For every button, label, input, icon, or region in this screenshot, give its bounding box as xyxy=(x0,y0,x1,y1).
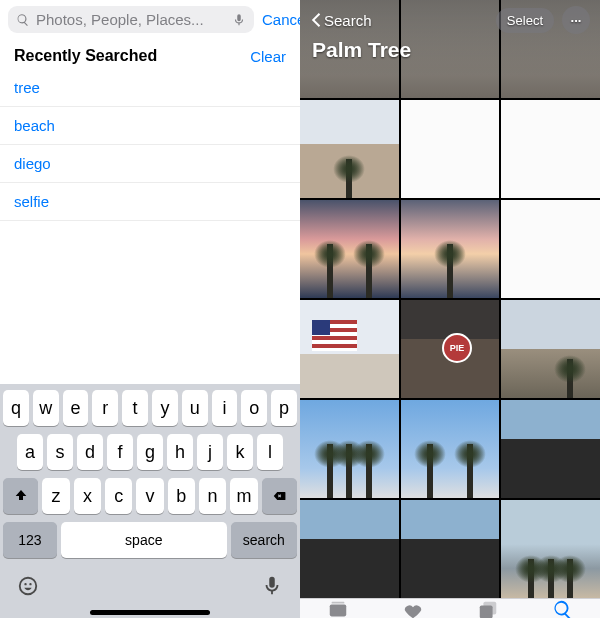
photo-thumbnail[interactable] xyxy=(401,100,500,198)
recent-search-item[interactable]: selfie xyxy=(0,183,300,221)
key-b[interactable]: b xyxy=(168,478,195,514)
keyboard: qwertyuiop asdfghjkl zxcvbnm 123 space s… xyxy=(0,384,300,618)
key-s[interactable]: s xyxy=(47,434,73,470)
key-r[interactable]: r xyxy=(92,390,118,426)
search-field[interactable] xyxy=(8,6,254,33)
photo-thumbnail[interactable] xyxy=(501,400,600,498)
results-pane: Search Select ··· Palm Tree PIE LibraryF… xyxy=(300,0,600,618)
search-icon xyxy=(16,13,30,27)
back-button[interactable]: Search xyxy=(310,12,372,29)
key-h[interactable]: h xyxy=(167,434,193,470)
photo-thumbnail[interactable] xyxy=(300,400,399,498)
cancel-button[interactable]: Cancel xyxy=(262,11,300,28)
photo-thumbnail[interactable]: PIE xyxy=(401,300,500,398)
keyboard-search-key[interactable]: search xyxy=(231,522,297,558)
svg-rect-3 xyxy=(483,602,496,615)
photo-thumbnail[interactable] xyxy=(300,500,399,598)
dictation-key[interactable] xyxy=(261,575,283,601)
clear-button[interactable]: Clear xyxy=(250,48,286,65)
key-f[interactable]: f xyxy=(107,434,133,470)
photo-thumbnail[interactable] xyxy=(401,400,500,498)
tab-bar: LibraryFor YouAlbumsSearch xyxy=(300,598,600,618)
svg-rect-1 xyxy=(331,602,344,604)
shift-key[interactable] xyxy=(3,478,38,514)
photo-thumbnail[interactable] xyxy=(300,100,399,198)
key-g[interactable]: g xyxy=(137,434,163,470)
tab-albums[interactable]: Albums xyxy=(450,599,525,618)
store-sign: PIE xyxy=(442,333,472,363)
key-l[interactable]: l xyxy=(257,434,283,470)
back-label: Search xyxy=(324,12,372,29)
recent-search-item[interactable]: diego xyxy=(0,145,300,183)
search-bar-row: Cancel xyxy=(0,0,300,41)
search-pane: Cancel Recently Searched Clear treebeach… xyxy=(0,0,300,618)
tab-foryou[interactable]: For You xyxy=(375,599,450,618)
tab-library[interactable]: Library xyxy=(300,599,375,618)
photo-thumbnail[interactable] xyxy=(401,200,500,298)
section-title: Recently Searched xyxy=(14,47,157,65)
key-m[interactable]: m xyxy=(230,478,257,514)
photo-thumbnail[interactable] xyxy=(300,300,399,398)
key-p[interactable]: p xyxy=(271,390,297,426)
svg-rect-0 xyxy=(329,605,346,617)
numbers-key[interactable]: 123 xyxy=(3,522,57,558)
key-x[interactable]: x xyxy=(74,478,101,514)
backspace-key[interactable] xyxy=(262,478,297,514)
key-z[interactable]: z xyxy=(42,478,69,514)
photo-thumbnail[interactable] xyxy=(401,500,500,598)
key-v[interactable]: v xyxy=(136,478,163,514)
photo-thumbnail[interactable] xyxy=(501,500,600,598)
key-w[interactable]: w xyxy=(33,390,59,426)
key-i[interactable]: i xyxy=(212,390,238,426)
key-n[interactable]: n xyxy=(199,478,226,514)
key-t[interactable]: t xyxy=(122,390,148,426)
recent-section-header: Recently Searched Clear xyxy=(0,41,300,69)
key-c[interactable]: c xyxy=(105,478,132,514)
microphone-icon[interactable] xyxy=(232,13,246,27)
key-o[interactable]: o xyxy=(241,390,267,426)
recent-search-item[interactable]: tree xyxy=(0,69,300,107)
recent-search-list: treebeachdiegoselfie xyxy=(0,69,300,221)
more-button[interactable]: ··· xyxy=(562,6,590,34)
search-input[interactable] xyxy=(36,11,226,28)
results-title: Palm Tree xyxy=(310,38,590,62)
recent-search-item[interactable]: beach xyxy=(0,107,300,145)
key-y[interactable]: y xyxy=(152,390,178,426)
key-j[interactable]: j xyxy=(197,434,223,470)
emoji-key[interactable] xyxy=(17,575,39,601)
photo-thumbnail[interactable] xyxy=(501,300,600,398)
results-header: Search Select ··· Palm Tree xyxy=(300,0,600,76)
photo-grid: PIE xyxy=(300,0,600,598)
chevron-left-icon xyxy=(310,13,322,27)
key-e[interactable]: e xyxy=(63,390,89,426)
key-q[interactable]: q xyxy=(3,390,29,426)
photo-thumbnail[interactable] xyxy=(501,100,600,198)
key-a[interactable]: a xyxy=(17,434,43,470)
key-k[interactable]: k xyxy=(227,434,253,470)
home-indicator[interactable] xyxy=(90,610,210,615)
photo-thumbnail[interactable] xyxy=(300,200,399,298)
tab-search[interactable]: Search xyxy=(525,599,600,618)
select-button[interactable]: Select xyxy=(496,8,554,33)
key-u[interactable]: u xyxy=(182,390,208,426)
key-d[interactable]: d xyxy=(77,434,103,470)
space-key[interactable]: space xyxy=(61,522,227,558)
photo-thumbnail[interactable] xyxy=(501,200,600,298)
